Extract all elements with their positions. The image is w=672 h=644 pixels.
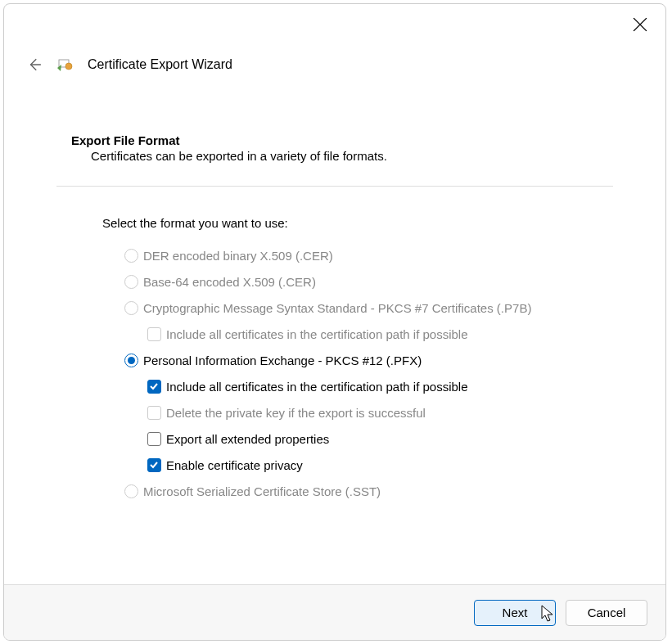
wizard-content: Export File Format Certificates can be e…: [4, 79, 665, 584]
format-options: DER encoded binary X.509 (.CER) Base-64 …: [124, 248, 613, 498]
titlebar: [4, 4, 665, 50]
option-pfx[interactable]: Personal Information Exchange - PKCS #12…: [124, 353, 613, 367]
label-der: DER encoded binary X.509 (.CER): [143, 249, 333, 263]
label-pfx-cert-privacy: Enable certificate privacy: [166, 458, 303, 472]
label-base64: Base-64 encoded X.509 (.CER): [143, 275, 316, 289]
checkbox-pfx-delete-key: [147, 405, 161, 420]
radio-pkcs7: [124, 300, 138, 315]
radio-base64: [124, 274, 138, 289]
close-icon: [633, 17, 647, 32]
cancel-button[interactable]: Cancel: [566, 600, 647, 626]
section-subtitle: Certificates can be exported in a variet…: [91, 149, 613, 163]
label-pfx: Personal Information Exchange - PKCS #12…: [143, 354, 422, 367]
section-title: Export File Format: [71, 133, 613, 147]
wizard-title: Certificate Export Wizard: [88, 57, 232, 72]
label-sst: Microsoft Serialized Certificate Store (…: [143, 484, 381, 498]
option-der: DER encoded binary X.509 (.CER): [124, 248, 613, 263]
option-pfx-cert-privacy[interactable]: Enable certificate privacy: [147, 457, 613, 472]
option-pfx-delete-key: Delete the private key if the export is …: [147, 405, 613, 420]
option-pkcs7: Cryptographic Message Syntax Standard - …: [124, 300, 613, 315]
radio-pfx[interactable]: [124, 353, 138, 367]
checkbox-pfx-export-ext[interactable]: [147, 431, 161, 446]
close-button[interactable]: [633, 17, 647, 32]
option-base64: Base-64 encoded X.509 (.CER): [124, 274, 613, 289]
label-pfx-include-all: Include all certificates in the certific…: [166, 380, 468, 394]
back-button[interactable]: [27, 57, 42, 72]
option-pkcs7-include-all: Include all certificates in the certific…: [147, 327, 613, 341]
radio-der: [124, 248, 138, 263]
label-pkcs7: Cryptographic Message Syntax Standard - …: [143, 301, 531, 315]
wizard-window: Certificate Export Wizard Export File Fo…: [3, 3, 666, 641]
option-pfx-include-all[interactable]: Include all certificates in the certific…: [147, 379, 613, 394]
radio-sst: [124, 484, 138, 498]
checkbox-pfx-include-all[interactable]: [147, 379, 161, 394]
divider: [56, 186, 613, 187]
svg-point-4: [65, 63, 72, 70]
wizard-footer: Next Cancel: [4, 584, 665, 640]
checkbox-pfx-cert-privacy[interactable]: [147, 457, 161, 472]
label-pkcs7-include-all: Include all certificates in the certific…: [166, 327, 468, 341]
next-button[interactable]: Next: [474, 600, 556, 626]
wizard-header: Certificate Export Wizard: [4, 50, 665, 79]
option-pfx-export-ext[interactable]: Export all extended properties: [147, 431, 613, 446]
check-icon: [149, 381, 159, 391]
label-pfx-export-ext: Export all extended properties: [166, 432, 329, 446]
option-sst: Microsoft Serialized Certificate Store (…: [124, 484, 613, 498]
certificate-icon: [56, 56, 73, 73]
check-icon: [149, 460, 159, 470]
back-arrow-icon: [27, 57, 42, 72]
format-prompt: Select the format you want to use:: [102, 216, 613, 230]
label-pfx-delete-key: Delete the private key if the export is …: [166, 406, 426, 420]
checkbox-pkcs7-include-all: [147, 327, 161, 341]
